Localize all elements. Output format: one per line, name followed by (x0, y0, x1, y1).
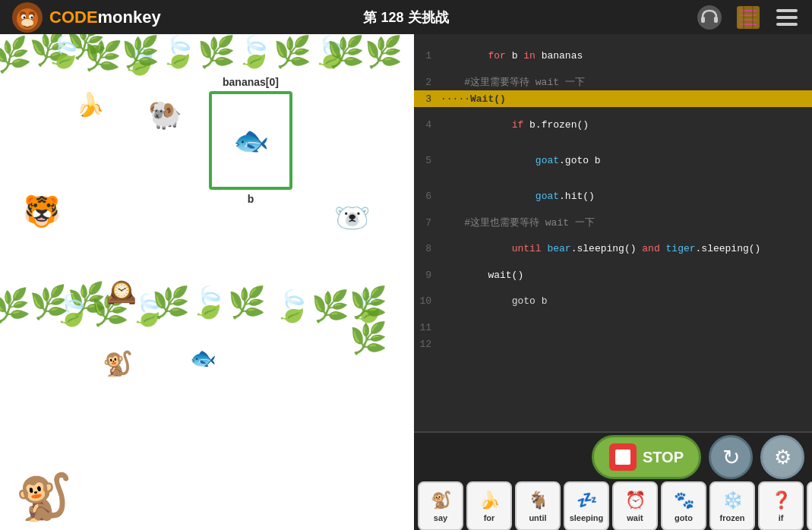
cmd-sleeping-button[interactable]: 💤 sleeping (564, 481, 609, 530)
svg-rect-13 (738, 7, 743, 28)
fish-item: 🐟 (190, 345, 216, 371)
svg-rect-15 (776, 16, 798, 19)
line-content-5: goat.goto b (441, 144, 601, 178)
cmd-if-label: if (779, 513, 784, 522)
cmd-frozen-button[interactable]: ❄️ frozen (709, 481, 755, 530)
line-num-7: 7 (414, 217, 441, 229)
cmd-frozen-icon: ❄️ (719, 489, 746, 512)
refresh-icon: ↻ (722, 445, 740, 470)
code-line-1: 1 for b in bananas (414, 38, 812, 74)
code-panel: 1 for b in bananas 2 #这里需要等待 wait 一下 3 ·… (414, 34, 812, 530)
bracket-label: bananas[0] (223, 76, 279, 88)
headphone-icon (697, 5, 722, 30)
player-monkey-sprite: 🐒 (15, 470, 72, 524)
line-content-6: goat.hit() (441, 179, 595, 213)
svg-rect-11 (714, 17, 718, 23)
cmd-if-button[interactable]: ❓ if (758, 481, 804, 530)
cmd-until-button[interactable]: 🐐 until (515, 481, 561, 530)
header: CODEmonkey 第 128 关挑战 (0, 0, 812, 34)
code-line-8: 8 until bear.sleeping() and tiger.sleepi… (414, 231, 812, 267)
line-content-2: #这里需要等待 wait 一下 (441, 75, 585, 89)
line-content-9: wait() (441, 270, 523, 281)
cmd-for-button[interactable]: 🍌 for (466, 481, 512, 530)
cmd-say-label: say (434, 513, 447, 522)
code-line-5: 5 goat.goto b (414, 143, 812, 178)
cmd-until-icon: 🐐 (524, 489, 551, 512)
cmd-wait-button[interactable]: ⏰ wait (612, 481, 658, 530)
line-num-6: 6 (414, 191, 441, 202)
logo-text: CODEmonkey (49, 8, 161, 27)
vine-decoration3: 🌿🍃🌿 (122, 34, 235, 70)
cmd-frozen-label: frozen (720, 513, 745, 522)
cmd-sleeping-label: sleeping (570, 513, 604, 522)
cmd-for-icon: 🍌 (476, 489, 503, 512)
cmd-until-label: until (529, 513, 546, 522)
cmd-and-button[interactable]: ➕ and (807, 481, 812, 530)
code-line-12: 12 (414, 336, 812, 352)
stop-icon (609, 443, 637, 471)
menu-button[interactable] (773, 4, 801, 31)
line-content-7: #这里也需要等待 wait 一下 (441, 216, 595, 229)
svg-rect-16 (776, 23, 798, 26)
cmd-goto-icon: 🐾 (670, 489, 697, 512)
code-line-10: 10 goto b (414, 283, 812, 319)
ram-sprite: 🐏 (148, 99, 182, 131)
line-num-8: 8 (414, 243, 441, 254)
action-buttons-row: STOP ↻ ⚙ (414, 433, 812, 481)
line-content-4: if b.frozen() (441, 108, 589, 142)
cmd-for-label: for (484, 513, 495, 522)
logo-monkey-icon (11, 2, 43, 33)
line-num-2: 2 (414, 77, 441, 88)
bracket-array: bananas[0] 🐟 b (205, 76, 296, 205)
cmd-say-button[interactable]: 🐒 say (418, 481, 463, 530)
code-editor[interactable]: 1 for b in bananas 2 #这里需要等待 wait 一下 3 ·… (414, 34, 812, 431)
line-num-10: 10 (414, 295, 441, 307)
cmd-wait-icon: ⏰ (621, 489, 649, 512)
refresh-button[interactable]: ↻ (709, 435, 753, 479)
stop-square (615, 450, 630, 465)
svg-point-8 (31, 16, 33, 18)
line-num-5: 5 (414, 155, 441, 166)
line-content-1: for b in bananas (441, 39, 583, 73)
code-line-3: 3 ·····Wait() (414, 90, 812, 107)
stop-label: STOP (643, 449, 684, 466)
line-content-8: until bear.sleeping() and tiger.sleeping… (441, 232, 760, 266)
gear-icon: ⚙ (774, 446, 791, 469)
line-num-4: 4 (414, 119, 441, 131)
svg-rect-10 (701, 17, 705, 23)
audio-button[interactable] (696, 4, 723, 31)
bear-sprite: 🐯 (23, 194, 61, 229)
logo-code: CODE (49, 8, 98, 27)
line-num-9: 9 (414, 270, 441, 281)
code-line-4: 4 if b.frozen() (414, 107, 812, 143)
clock-item: 🕰️ (106, 277, 137, 306)
code-line-7: 7 #这里也需要等待 wait 一下 (414, 214, 812, 231)
code-line-11: 11 (414, 319, 812, 336)
header-controls (696, 4, 801, 31)
code-line-2: 2 #这里需要等待 wait 一下 (414, 74, 812, 90)
line-num-12: 12 (414, 339, 441, 350)
polar-bear-sprite: 🐻‍❄️ (334, 201, 370, 235)
bracket-container: 🐟 (209, 91, 292, 190)
code-line-6: 6 goat.hit() (414, 178, 812, 214)
line-content-10: goto b (441, 284, 547, 318)
stop-button[interactable]: STOP (592, 435, 701, 479)
code-line-9: 9 wait() (414, 267, 812, 283)
menu-icon (776, 9, 798, 26)
svg-rect-14 (776, 9, 798, 12)
item-in-bracket: 🐟 (233, 124, 269, 157)
cmd-if-icon: ❓ (767, 489, 795, 512)
line-num-11: 11 (414, 322, 441, 333)
bottom-toolbar: STOP ↻ ⚙ 🐒 say 🍌 for (414, 431, 812, 530)
cmd-goto-label: goto (675, 513, 693, 522)
vine-decoration5: 🌿🌿 (327, 34, 403, 70)
settings-button[interactable]: ⚙ (760, 435, 804, 479)
command-buttons-row: 🐒 say 🍌 for 🐐 until 💤 sleeping ⏰ wait (414, 481, 812, 530)
logo: CODEmonkey (11, 2, 161, 33)
small-monkey-sprite: 🐒 (103, 349, 133, 378)
cmd-sleeping-icon: 💤 (573, 489, 600, 512)
map-button[interactable] (735, 4, 762, 31)
logo-monkey: monkey (98, 8, 161, 27)
cmd-goto-button[interactable]: 🐾 goto (661, 481, 706, 530)
banana-item: 🍌 (76, 91, 104, 118)
